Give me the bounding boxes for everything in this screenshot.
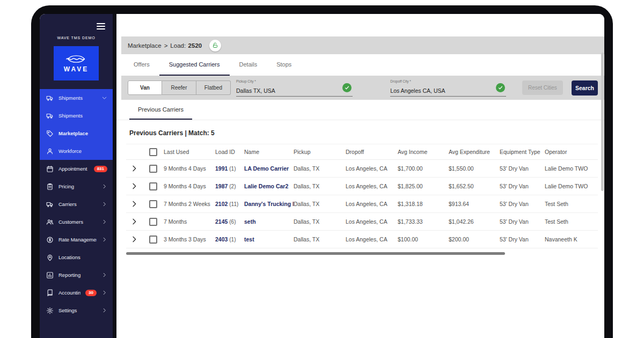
avg-expenditure-cell: $200.00 bbox=[449, 236, 500, 243]
sidebar-item-marketplace[interactable]: Marketplace bbox=[40, 124, 113, 142]
equipment-type-cell: 53' Dry Van bbox=[500, 201, 545, 207]
page: WAVE TMS DEMO WAVE Shipments Shipments bbox=[0, 0, 644, 338]
col-load-id: Load ID bbox=[215, 149, 244, 155]
col-dropoff: Dropoff bbox=[346, 149, 398, 155]
dropoff-city-input[interactable] bbox=[390, 87, 489, 94]
equipment-toggle-group: Van Reefer Flatbed bbox=[128, 80, 231, 95]
carrier-row[interactable]: 7 Months 2145 (6) seth Dallas, TX Los An… bbox=[126, 213, 598, 231]
chevron-right-icon bbox=[101, 290, 107, 296]
row-expand-cell bbox=[126, 235, 142, 244]
chevron-right-icon bbox=[101, 201, 107, 207]
sidebar-item-pricing[interactable]: Pricing bbox=[40, 178, 113, 195]
filter-bar: Van Reefer Flatbed Pickup City * Dropoff… bbox=[121, 76, 604, 100]
tab-offers[interactable]: Offers bbox=[124, 54, 159, 76]
tab-previous-carriers[interactable]: Previous Carriers bbox=[129, 100, 192, 120]
sidebar-item-customers[interactable]: Customers bbox=[40, 213, 113, 231]
sidebar-item-workforce[interactable]: Workforce bbox=[40, 142, 113, 160]
pickup-valid-check-icon bbox=[342, 83, 352, 92]
row-checkbox[interactable] bbox=[149, 165, 157, 173]
results-title: Previous Carriers | Match: 5 bbox=[126, 120, 598, 144]
operator-cell: Test Seth bbox=[545, 201, 598, 207]
sidebar-item-shipments[interactable]: Shipments bbox=[40, 107, 113, 124]
expand-chevron-icon[interactable] bbox=[130, 235, 138, 244]
dropoff-cell: Los Angeles, CA bbox=[346, 165, 398, 172]
sidebar-item-locations[interactable]: Locations bbox=[40, 248, 113, 266]
wave-logo-text: WAVE bbox=[64, 65, 89, 73]
select-all-cell bbox=[142, 148, 164, 156]
col-name: Name bbox=[244, 149, 294, 155]
sidebar-item-carriers[interactable]: Carriers bbox=[40, 195, 113, 213]
app-screen: WAVE TMS DEMO WAVE Shipments Shipments bbox=[40, 14, 604, 338]
sidebar-item-settings[interactable]: Settings bbox=[40, 302, 113, 319]
flatbed-toggle-button[interactable]: Flatbed bbox=[196, 80, 231, 95]
avg-income-cell: $1,825.00 bbox=[398, 183, 449, 189]
last-used-cell: 7 Months 2 Weeks bbox=[164, 201, 215, 207]
dropoff-cell: Los Angeles, CA bbox=[346, 201, 398, 207]
row-checkbox[interactable] bbox=[149, 200, 157, 208]
load-number: 2520 bbox=[188, 42, 202, 49]
sidebar-item-appointment[interactable]: Appointment 831 bbox=[40, 160, 113, 178]
breadcrumb-section[interactable]: Marketplace bbox=[128, 42, 162, 49]
device-frame: WAVE TMS DEMO WAVE Shipments Shipments bbox=[31, 5, 613, 338]
sidebar-menu: Shipments Shipments Marketplace Workforc… bbox=[40, 89, 113, 319]
carrier-row[interactable]: 7 Months 2 Weeks 2102 (11) Danny's Truck… bbox=[126, 195, 598, 213]
carrier-row[interactable]: 9 Months 4 Days 1987 (2) Lalie Demo Car2… bbox=[126, 178, 598, 195]
reset-cities-button[interactable]: Reset Cities bbox=[522, 80, 563, 95]
col-avg-income: Avg Income bbox=[398, 149, 449, 155]
van-toggle-button[interactable]: Van bbox=[128, 80, 162, 95]
load-tabs: Offers Suggested Carriers Details Stops bbox=[116, 54, 604, 76]
main-content: Marketplace > Load: 2520 Offers Suggeste… bbox=[116, 14, 604, 338]
tab-details[interactable]: Details bbox=[230, 54, 267, 76]
calendar-icon bbox=[46, 165, 54, 173]
row-expand-cell bbox=[126, 164, 142, 173]
appointment-badge: 831 bbox=[94, 166, 107, 172]
row-checkbox[interactable] bbox=[149, 236, 157, 244]
expand-chevron-icon[interactable] bbox=[130, 200, 138, 208]
tab-suggested-carriers[interactable]: Suggested Carriers bbox=[159, 54, 230, 76]
last-used-cell: 9 Months 4 Days bbox=[164, 165, 215, 172]
sidebar-item-reporting[interactable]: Reporting bbox=[40, 266, 113, 284]
operator-cell: Lalie Demo TWO bbox=[545, 183, 598, 189]
truck-icon bbox=[46, 94, 54, 102]
col-last-used: Last Used bbox=[164, 149, 215, 155]
reefer-toggle-button[interactable]: Reefer bbox=[162, 80, 196, 95]
last-used-cell: 3 Months 3 Days bbox=[164, 236, 215, 243]
search-button[interactable]: Search bbox=[572, 80, 598, 95]
tab-stops[interactable]: Stops bbox=[267, 54, 301, 76]
select-all-checkbox[interactable] bbox=[149, 148, 157, 156]
carrier-name-cell: test bbox=[244, 236, 294, 243]
horizontal-scrollbar[interactable] bbox=[126, 252, 505, 255]
equipment-type-cell: 53' Dry Van bbox=[500, 165, 545, 172]
dropoff-city-field: Dropoff City * bbox=[390, 79, 506, 97]
app-title: WAVE TMS DEMO bbox=[40, 36, 113, 40]
row-checkbox[interactable] bbox=[149, 218, 157, 226]
hamburger-menu-icon[interactable] bbox=[97, 21, 105, 31]
gear-icon bbox=[46, 307, 54, 314]
carrier-row[interactable]: 9 Months 4 Days 1991 (1) LA Demo Carrier… bbox=[126, 160, 598, 178]
chevron-right-icon bbox=[101, 219, 107, 225]
dropoff-cell: Los Angeles, CA bbox=[346, 218, 398, 225]
equipment-type-cell: 53' Dry Van bbox=[500, 183, 545, 189]
carriers-subtabs: Previous Carriers bbox=[116, 100, 604, 120]
pickup-cell: Dallas, TX bbox=[294, 201, 346, 207]
equipment-type-cell: 53' Dry Van bbox=[500, 236, 545, 243]
vertical-scrollbar[interactable] bbox=[601, 53, 604, 191]
expand-chevron-icon[interactable] bbox=[130, 164, 138, 173]
expand-chevron-icon[interactable] bbox=[130, 182, 138, 190]
sidebar: WAVE TMS DEMO WAVE Shipments Shipments bbox=[40, 14, 113, 338]
unlock-button[interactable] bbox=[209, 40, 221, 52]
pickup-cell: Dallas, TX bbox=[294, 236, 346, 243]
sidebar-item-accounting[interactable]: Accounting 30 bbox=[40, 284, 113, 302]
sidebar-item-shipments-group[interactable]: Shipments bbox=[40, 89, 113, 107]
sidebar-item-rate-management[interactable]: Rate Management bbox=[40, 231, 113, 248]
chevron-right-icon bbox=[101, 183, 107, 189]
carrier-row[interactable]: 3 Months 3 Days 2403 (1) test Dallas, TX… bbox=[126, 231, 598, 248]
breadcrumb-bar: Marketplace > Load: 2520 bbox=[121, 36, 604, 54]
pickup-city-input[interactable] bbox=[236, 87, 335, 94]
row-checkbox-cell bbox=[142, 236, 164, 244]
avg-income-cell: $1,318.18 bbox=[398, 201, 449, 207]
row-checkbox[interactable] bbox=[149, 182, 157, 190]
carrier-name-cell: LA Demo Carrier bbox=[244, 165, 294, 172]
tag-icon bbox=[46, 130, 54, 137]
expand-chevron-icon[interactable] bbox=[130, 217, 138, 226]
